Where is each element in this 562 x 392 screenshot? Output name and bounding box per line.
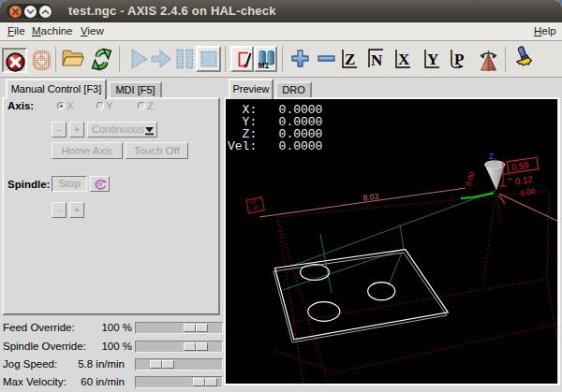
svg-text:X: X <box>398 51 410 68</box>
svg-text:M1: M1 <box>259 61 270 70</box>
svg-text:Vel: 0.0000: Vel: 0.0000 <box>228 139 322 153</box>
svg-text:Y: Y <box>427 51 438 68</box>
svg-text:Z: Z <box>345 51 355 68</box>
svg-text:8.03: 8.03 <box>362 192 379 203</box>
svg-text:0.00: 0.00 <box>520 187 536 198</box>
svg-text:0.12: 0.12 <box>514 174 533 186</box>
svg-text:N: N <box>371 51 383 69</box>
svg-text:Z: Z <box>489 152 495 161</box>
svg-text:2.5: 2.5 <box>248 198 259 211</box>
svg-text:0.00: 0.00 <box>464 170 476 187</box>
svg-text:P: P <box>454 51 464 68</box>
